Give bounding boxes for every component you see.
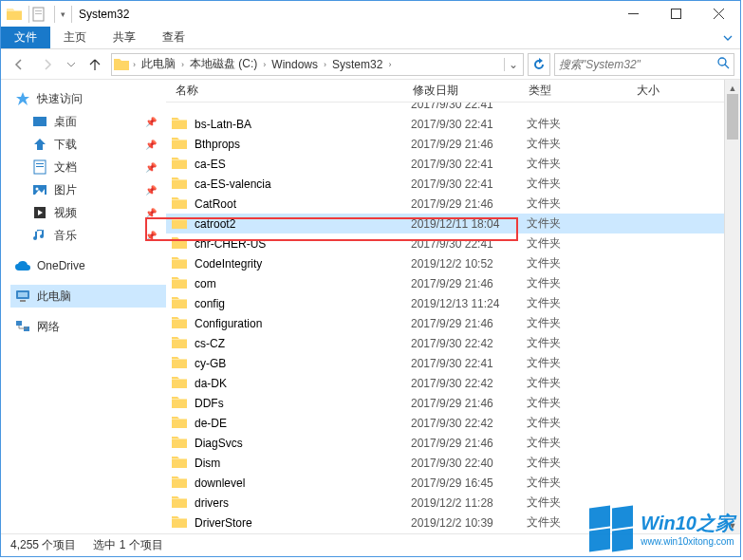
sidebar-item-视频[interactable]: 视频📌 — [28, 201, 166, 224]
table-row[interactable]: bs-Latn-BA2017/9/30 22:41文件夹 — [166, 114, 740, 134]
sidebar-item-下载[interactable]: 下载📌 — [28, 133, 166, 156]
nav-onedrive[interactable]: OneDrive — [10, 254, 166, 277]
address-dropdown[interactable]: ⌄ — [504, 58, 521, 71]
nav-label: 快速访问 — [37, 91, 83, 107]
table-row[interactable]: CatRoot2017/9/29 21:46文件夹 — [166, 194, 740, 214]
cell-type: 文件夹 — [527, 475, 635, 491]
sidebar-item-图片[interactable]: 图片📌 — [28, 178, 166, 201]
folder-icon — [172, 255, 189, 271]
cell-date: 2017/9/30 22:42 — [411, 377, 527, 390]
cell-type: 文件夹 — [527, 235, 635, 252]
search-box[interactable] — [554, 53, 734, 76]
network-icon — [14, 318, 31, 335]
ribbon-expand-icon[interactable] — [715, 27, 740, 48]
breadcrumb-item[interactable]: 此电脑 — [139, 56, 177, 72]
svg-rect-8 — [36, 166, 44, 167]
table-row[interactable]: ca-ES-valencia2017/9/30 22:41文件夹 — [166, 174, 740, 194]
sidebar-item-桌面[interactable]: 桌面📌 — [28, 110, 166, 133]
cell-date: 2017/9/30 22:40 — [411, 457, 527, 470]
search-icon[interactable] — [716, 56, 730, 72]
table-row[interactable]: catroot22019/12/11 18:04文件夹 — [166, 214, 740, 233]
breadcrumb-item[interactable]: System32 — [330, 58, 384, 71]
pin-icon: 📌 — [145, 140, 157, 150]
table-row[interactable]: CodeIntegrity2019/12/2 10:52文件夹 — [166, 253, 740, 273]
refresh-button[interactable] — [528, 53, 550, 76]
close-button[interactable] — [697, 1, 740, 27]
table-row[interactable]: downlevel2017/9/29 16:45文件夹 — [166, 473, 740, 493]
folder-icon — [172, 156, 189, 172]
cell-type: 文件夹 — [527, 116, 635, 132]
table-row[interactable]: chr-CHER-US2017/9/30 22:41文件夹 — [166, 233, 740, 253]
folder-icon — [172, 275, 189, 291]
table-row[interactable]: ca-ES2017/9/30 22:41文件夹 — [166, 154, 740, 174]
maximize-button[interactable] — [655, 1, 697, 27]
star-icon — [14, 90, 31, 107]
column-type[interactable]: 类型 — [529, 83, 637, 99]
chevron-right-icon[interactable]: › — [386, 60, 393, 69]
tab-share[interactable]: 共享 — [100, 27, 149, 48]
table-row[interactable]: da-DK2017/9/30 22:42文件夹 — [166, 373, 740, 393]
scrollbar[interactable]: ▲ ▼ — [724, 80, 740, 533]
table-row[interactable]: 2017/9/30 22:41 — [166, 103, 740, 114]
search-input[interactable] — [559, 58, 713, 71]
table-row[interactable]: Configuration2017/9/29 21:46文件夹 — [166, 313, 740, 333]
nav-icon — [31, 159, 48, 176]
minimize-button[interactable] — [612, 1, 655, 27]
table-row[interactable]: Bthprops2017/9/29 21:46文件夹 — [166, 134, 740, 154]
up-button[interactable] — [83, 52, 107, 77]
pin-icon: 📌 — [145, 185, 157, 196]
nav-label: 文档 — [54, 159, 77, 176]
cell-date: 2017/9/30 22:41 — [411, 357, 527, 370]
breadcrumb-bar[interactable]: › 此电脑 › 本地磁盘 (C:) › Windows › System32 ›… — [111, 53, 524, 76]
chevron-right-icon[interactable]: › — [322, 60, 328, 69]
status-selection: 选中 1 个项目 — [93, 537, 162, 553]
scroll-thumb[interactable] — [727, 94, 738, 140]
cell-date: 2019/12/2 10:39 — [411, 516, 527, 530]
chevron-right-icon[interactable]: › — [131, 60, 138, 69]
folder-icon — [172, 375, 189, 391]
folder-icon — [172, 415, 189, 431]
column-size[interactable]: 大小 — [637, 83, 694, 99]
column-name[interactable]: 名称 — [170, 83, 413, 99]
cell-name: CodeIntegrity — [195, 257, 411, 271]
table-row[interactable]: cs-CZ2017/9/30 22:42文件夹 — [166, 333, 740, 353]
cell-type: 文件夹 — [527, 435, 635, 451]
table-row[interactable]: config2019/12/13 11:24文件夹 — [166, 293, 740, 313]
nav-quick-access[interactable]: 快速访问 — [10, 87, 166, 110]
svg-rect-2 — [35, 13, 42, 14]
recent-button[interactable] — [64, 52, 79, 77]
dropdown-icon[interactable]: ▾ — [58, 9, 68, 19]
cell-date: 2017/9/29 21:46 — [411, 397, 527, 410]
chevron-right-icon[interactable]: › — [261, 60, 268, 69]
tab-view[interactable]: 查看 — [149, 27, 198, 48]
back-button[interactable] — [7, 52, 31, 77]
window-title: System32 — [79, 8, 129, 21]
svg-rect-3 — [672, 9, 681, 19]
column-date[interactable]: 修改日期 — [413, 83, 529, 99]
table-row[interactable]: cy-GB2017/9/30 22:41文件夹 — [166, 353, 740, 373]
sidebar-item-音乐[interactable]: 音乐📌 — [28, 224, 166, 247]
table-row[interactable]: DDFs2017/9/29 21:46文件夹 — [166, 393, 740, 413]
chevron-right-icon[interactable]: › — [179, 60, 186, 69]
address-bar: › 此电脑 › 本地磁盘 (C:) › Windows › System32 ›… — [1, 49, 740, 80]
table-row[interactable]: de-DE2017/9/30 22:42文件夹 — [166, 413, 740, 433]
nav-network[interactable]: 网络 — [10, 315, 166, 338]
breadcrumb-item[interactable]: Windows — [269, 58, 320, 71]
sidebar-item-文档[interactable]: 文档📌 — [28, 156, 166, 178]
cell-name: DiagSvcs — [195, 437, 411, 450]
table-row[interactable]: com2017/9/29 21:46文件夹 — [166, 273, 740, 293]
cell-date: 2017/9/29 21:46 — [411, 277, 527, 290]
table-row[interactable]: DiagSvcs2017/9/29 21:46文件夹 — [166, 433, 740, 453]
nav-this-pc[interactable]: 此电脑 — [10, 285, 166, 308]
nav-label: 图片 — [54, 182, 77, 198]
cell-name: bs-Latn-BA — [195, 118, 411, 131]
forward-button[interactable] — [35, 52, 60, 77]
folder-icon — [172, 514, 189, 531]
table-row[interactable]: Dism2017/9/30 22:40文件夹 — [166, 453, 740, 473]
folder-icon — [172, 136, 189, 152]
tab-file[interactable]: 文件 — [1, 27, 50, 48]
breadcrumb-item[interactable]: 本地磁盘 (C:) — [188, 56, 259, 72]
tab-home[interactable]: 主页 — [50, 27, 100, 48]
cell-date: 2017/9/30 22:41 — [411, 158, 527, 171]
pin-icon: 📌 — [145, 208, 157, 218]
